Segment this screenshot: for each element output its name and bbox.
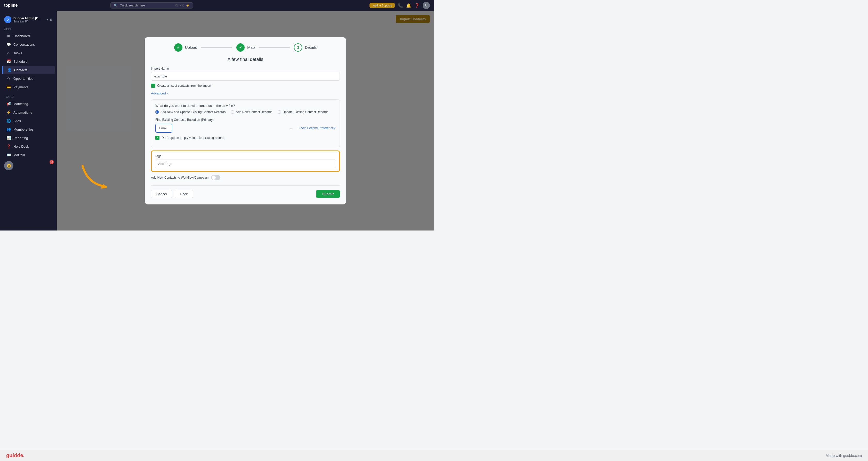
opportunities-icon: ◇ (6, 76, 11, 81)
sites-icon: 🌐 (6, 119, 11, 123)
dashboard-icon: ⊞ (6, 34, 11, 38)
submit-button[interactable]: Submit (316, 190, 340, 198)
radio-dot-2 (231, 110, 234, 114)
step-divider-1 (201, 47, 232, 48)
dont-update-checkbox[interactable]: ✓ (155, 136, 159, 140)
sidebar-item-opportunities[interactable]: ◇ Opportunities (2, 74, 55, 83)
radio-label-1: Add New and Update Existing Contact Reco… (160, 110, 225, 114)
sidebar-item-mailfold[interactable]: ✉️ Mailfold (2, 151, 55, 159)
company-city: Scranton, PA (13, 20, 41, 23)
sidebar-label-mailfold: Mailfold (13, 153, 25, 157)
main-layout: D Dunder Mifflin [D... Scranton, PA ▾ ⊡ … (0, 11, 434, 230)
workflow-label: Add New Contacts to Workflow/Campaign (151, 176, 209, 179)
radio-group: Add New and Update Existing Contact Reco… (155, 110, 335, 114)
sidebar-label-helpdesk: Help Desk (13, 145, 29, 148)
sidebar-label-memberships: Memberships (13, 127, 34, 131)
sidebar-item-reporting[interactable]: 📊 Reporting (2, 134, 55, 142)
arrow-annotation (80, 163, 111, 189)
marketing-icon: 📢 (6, 102, 11, 106)
step-3-label: Details (305, 45, 317, 50)
automations-icon: ⚡ (6, 110, 11, 114)
sidebar-label-reporting: Reporting (13, 136, 28, 140)
dont-update-row: ✓ Don't update empty values for existing… (155, 136, 335, 140)
radio-add-new[interactable]: Add New Contact Records (231, 110, 272, 114)
sidebar-item-sites[interactable]: 🌐 Sites (2, 117, 55, 125)
back-button[interactable]: Back (175, 190, 193, 198)
radio-dot-1 (155, 110, 159, 114)
step-2-circle: ✓ (236, 43, 245, 52)
sidebar-item-tasks[interactable]: ✓ Tasks (2, 49, 55, 57)
footer-left-buttons: Cancel Back (151, 190, 193, 198)
import-name-label: Import Name (151, 67, 340, 70)
layout-icon[interactable]: ⊡ (50, 18, 53, 22)
company-name: Dunder Mifflin [D... (13, 17, 41, 20)
import-name-input[interactable] (151, 72, 340, 81)
cancel-button[interactable]: Cancel (151, 190, 172, 198)
sidebar-label-payments: Payments (13, 85, 28, 89)
search-shortcut: Ctrl + K (175, 4, 184, 7)
search-icon: 🔍 (114, 4, 118, 7)
conversations-icon: 💬 (6, 42, 11, 47)
add-preference-link[interactable]: + Add Second Preference? (298, 126, 335, 130)
sidebar-item-automations[interactable]: ⚡ Automations (2, 108, 55, 116)
top-navigation: topline 🔍 Quick search here Ctrl + K ⚡ t… (0, 0, 434, 11)
sidebar-label-automations: Automations (13, 111, 32, 114)
step-1-circle: ✓ (174, 43, 182, 52)
workflow-toggle-row: Add New Contacts to Workflow/Campaign (151, 175, 340, 180)
sidebar-item-conversations[interactable]: 💬 Conversations (2, 40, 55, 49)
sidebar-item-scheduler[interactable]: 📅 Scheduler (2, 57, 55, 66)
radio-update-existing[interactable]: Update Existing Contact Records (278, 110, 329, 114)
sidebar-item-dashboard[interactable]: ⊞ Dashboard (2, 32, 55, 40)
reporting-icon: 📊 (6, 136, 11, 140)
tags-input[interactable] (155, 159, 336, 168)
sidebar-label-marketing: Marketing (13, 102, 28, 106)
arrow-svg (80, 163, 111, 189)
sidebar-item-helpdesk[interactable]: ❓ Help Desk (2, 142, 55, 151)
sidebar-label-sites: Sites (13, 119, 21, 123)
find-contacts-select[interactable]: Email Phone Name (155, 124, 173, 133)
sidebar-label-scheduler: Scheduler (13, 60, 29, 63)
phone-icon[interactable]: 📞 (398, 3, 403, 8)
radio-add-new-update[interactable]: Add New and Update Existing Contact Reco… (155, 110, 225, 114)
sidebar-item-marketing[interactable]: 📢 Marketing (2, 100, 55, 108)
bell-icon[interactable]: 🔔 (406, 3, 411, 8)
sidebar-item-contacts[interactable]: 👤 Contacts (2, 66, 55, 74)
modal-title: A few final details (151, 57, 340, 62)
create-list-checkbox[interactable]: ✓ (151, 84, 155, 88)
workflow-toggle[interactable] (211, 175, 220, 180)
section-question: What do you want to do with contact/s in… (155, 104, 335, 107)
find-contacts-label: Find Existing Contacts Based on (Primary… (155, 118, 335, 122)
chevron-down-icon: ▾ (46, 18, 48, 22)
advanced-link[interactable]: Advanced › (151, 91, 168, 95)
notification-badge: 20 (50, 160, 54, 164)
select-arrow-icon: ⌄ (289, 126, 292, 131)
tools-section-label: Tools (0, 93, 57, 99)
find-contacts-row: Email Phone Name ⌄ + Add Second Preferen… (155, 124, 335, 133)
sidebar-item-memberships[interactable]: 👥 Memberships (2, 125, 55, 133)
notification-avatar[interactable]: 😊 20 (4, 161, 13, 171)
tags-section: Tags (151, 151, 340, 172)
tags-label: Tags (155, 154, 336, 158)
sidebar-item-payments[interactable]: 💳 Payments (2, 83, 55, 91)
import-modal: ✓ Upload ✓ Map 3 Details A few final (145, 37, 346, 205)
payments-icon: 💳 (6, 85, 11, 89)
radio-label-2: Add New Contact Records (236, 110, 272, 114)
company-selector[interactable]: D Dunder Mifflin [D... Scranton, PA ▾ ⊡ (0, 14, 57, 25)
sidebar-label-opportunities: Opportunities (13, 76, 33, 81)
step-2-label: Map (247, 45, 255, 50)
global-search[interactable]: 🔍 Quick search here Ctrl + K ⚡ (111, 2, 193, 8)
step-map: ✓ Map (236, 43, 255, 52)
stepper: ✓ Upload ✓ Map 3 Details (151, 43, 340, 52)
modal-footer: Cancel Back Submit (151, 185, 340, 198)
create-list-row: ✓ Create a list of contacts from the imp… (151, 84, 340, 88)
support-button[interactable]: topline Support (370, 3, 395, 8)
sidebar-label-dashboard: Dashboard (13, 34, 30, 38)
step-1-label: Upload (185, 45, 197, 50)
radio-label-3: Update Existing Contact Records (283, 110, 329, 114)
step-divider-2 (259, 47, 290, 48)
help-icon[interactable]: ❓ (414, 3, 420, 8)
chevron-right-icon: › (167, 91, 168, 95)
step-details: 3 Details (294, 43, 317, 52)
user-avatar[interactable]: U (423, 2, 430, 9)
step-3-circle: 3 (294, 43, 302, 52)
